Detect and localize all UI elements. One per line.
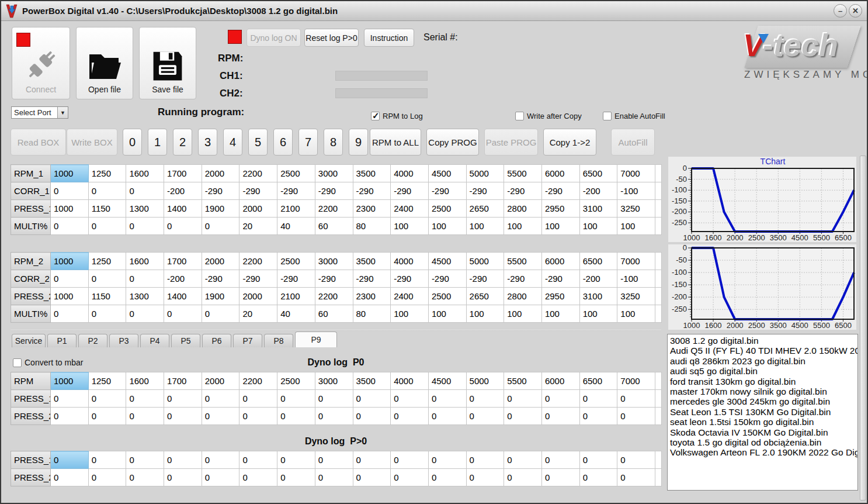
- grid-cell[interactable]: 2650: [466, 200, 504, 218]
- grid-cell[interactable]: -200: [164, 182, 202, 200]
- grid-cell[interactable]: 2800: [504, 200, 542, 218]
- grid-cell[interactable]: 1300: [126, 200, 164, 218]
- tab-p8[interactable]: P8: [264, 334, 293, 347]
- grid-cell[interactable]: 3100: [579, 200, 617, 218]
- grid-cell[interactable]: 2200: [239, 165, 277, 182]
- grid-cell[interactable]: 0: [51, 305, 89, 323]
- grid-cell[interactable]: 0: [126, 182, 164, 200]
- grid-cell[interactable]: 0: [88, 218, 126, 235]
- grid-cell[interactable]: -290: [239, 270, 277, 288]
- grid-cell[interactable]: 3000: [315, 253, 353, 270]
- grid-cell[interactable]: 100: [466, 218, 504, 235]
- tab-p1[interactable]: P1: [47, 334, 77, 347]
- grid-cell[interactable]: 0: [51, 182, 89, 200]
- paste-prog-button[interactable]: Paste PROG: [484, 129, 538, 156]
- grid-cell[interactable]: 0: [51, 390, 89, 408]
- grid-cell[interactable]: 0: [51, 218, 89, 235]
- grid-cell[interactable]: -290: [541, 182, 579, 200]
- grid-cell[interactable]: 0: [164, 390, 202, 408]
- grid-cell[interactable]: 5500: [504, 165, 542, 182]
- grid-cell[interactable]: 60: [315, 305, 353, 323]
- file-list-item[interactable]: ford transit 130km go digital.bin: [668, 377, 857, 386]
- grid-cell[interactable]: 100: [617, 305, 655, 323]
- reset-log-button[interactable]: Reset log P>0: [304, 29, 359, 47]
- grid-cell[interactable]: 0: [277, 451, 315, 469]
- grid-cell[interactable]: 0: [202, 218, 239, 235]
- copy-prog-button[interactable]: Copy PROG: [426, 129, 479, 156]
- minimize-button[interactable]: –: [834, 4, 847, 18]
- digit-2-button[interactable]: 2: [173, 129, 192, 156]
- grid-cell[interactable]: 1000: [51, 372, 89, 390]
- rpm-to-all-button[interactable]: RPM to ALL: [370, 129, 421, 156]
- grid-cell[interactable]: 0: [202, 390, 239, 408]
- grid-cell[interactable]: 1700: [164, 372, 202, 390]
- tab-p4[interactable]: P4: [140, 334, 169, 347]
- grid-cell[interactable]: 4500: [428, 372, 466, 390]
- connect-button[interactable]: Connect: [12, 27, 70, 99]
- grid-cell[interactable]: 2950: [541, 288, 579, 305]
- grid-cell[interactable]: 0: [504, 408, 542, 425]
- file-list-item[interactable]: mercedes gle 300d 245km go digital.bin: [668, 396, 857, 406]
- grid-cell[interactable]: 5000: [466, 372, 504, 390]
- grid-cell[interactable]: -290: [239, 182, 277, 200]
- grid-cell[interactable]: 0: [51, 469, 89, 486]
- grid-cell[interactable]: 1250: [88, 372, 126, 390]
- grid-cell[interactable]: 1600: [126, 372, 164, 390]
- grid-cell[interactable]: 2100: [277, 288, 315, 305]
- grid-cell[interactable]: 7000: [617, 372, 655, 390]
- grid-cell[interactable]: 0: [541, 408, 579, 425]
- grid-cell[interactable]: 0: [579, 408, 617, 425]
- grid-cell[interactable]: 0: [428, 451, 466, 469]
- write-box-button[interactable]: Write BOX: [67, 129, 117, 156]
- grid-cell[interactable]: 0: [164, 408, 202, 425]
- grid-cell[interactable]: 40: [277, 305, 315, 323]
- grid-cell[interactable]: -200: [164, 270, 202, 288]
- autofill-button[interactable]: AutoFill: [611, 129, 655, 156]
- grid-cell[interactable]: 0: [428, 469, 466, 486]
- dyno-log-on-button[interactable]: Dyno log ON: [246, 29, 301, 47]
- grid-cell[interactable]: 100: [391, 305, 429, 323]
- grid-cell[interactable]: -290: [466, 270, 504, 288]
- grid-cell[interactable]: 5000: [466, 253, 504, 270]
- grid-cell[interactable]: 7000: [617, 165, 655, 182]
- grid-cell[interactable]: 0: [88, 408, 126, 425]
- grid-cell[interactable]: 0: [428, 390, 466, 408]
- grid-cell[interactable]: 2500: [277, 165, 315, 182]
- grid-cell[interactable]: -290: [277, 182, 315, 200]
- grid-cell[interactable]: 3500: [353, 253, 391, 270]
- grid-cell[interactable]: 1400: [164, 288, 202, 305]
- grid-cell[interactable]: 1700: [164, 165, 202, 182]
- grid-cell[interactable]: 100: [617, 218, 655, 235]
- grid-cell[interactable]: 2000: [202, 165, 239, 182]
- open-file-button[interactable]: Open file: [76, 27, 133, 99]
- grid-cell[interactable]: 0: [51, 408, 89, 425]
- enable-autofill-checkbox[interactable]: Enable AutoFill: [603, 112, 665, 120]
- file-list-item[interactable]: Seat Leon 1.5 TSI 130KM Go Digital.bin: [668, 407, 857, 417]
- grid-cell[interactable]: 0: [466, 390, 504, 408]
- digit-7-button[interactable]: 7: [298, 129, 318, 156]
- grid-cell[interactable]: 0: [617, 451, 655, 469]
- grid-cell[interactable]: 0: [504, 469, 542, 486]
- grid-cell[interactable]: 2300: [353, 288, 391, 305]
- grid-cell[interactable]: 0: [353, 408, 391, 425]
- grid-cell[interactable]: 100: [579, 305, 617, 323]
- grid-cell[interactable]: 1000: [51, 288, 89, 305]
- grid-cell[interactable]: 0: [126, 390, 164, 408]
- grid-cell[interactable]: 20: [239, 218, 277, 235]
- grid-cell[interactable]: 2000: [202, 253, 239, 270]
- grid-cell[interactable]: 2200: [315, 200, 353, 218]
- grid-cell[interactable]: 0: [391, 390, 429, 408]
- grid-cell[interactable]: 0: [164, 305, 202, 323]
- file-list-item[interactable]: master 170km nowy silnik go digital.bin: [668, 386, 857, 396]
- grid-cell[interactable]: 80: [353, 305, 391, 323]
- grid-cell[interactable]: 0: [239, 451, 277, 469]
- grid-cell[interactable]: 0: [541, 451, 579, 469]
- grid-cell[interactable]: 100: [391, 218, 429, 235]
- grid-cell[interactable]: 5000: [466, 165, 504, 182]
- select-port-dropdown[interactable]: Select Port ▼: [11, 106, 68, 119]
- digit-1-button[interactable]: 1: [148, 129, 167, 156]
- grid-cell[interactable]: 40: [277, 218, 315, 235]
- file-list-item[interactable]: Audi Q5 II (FY FL) 40 TDI MHEV 2.0 150kW…: [668, 346, 857, 355]
- grid-cell[interactable]: 0: [277, 408, 315, 425]
- grid-cell[interactable]: 0: [164, 218, 202, 235]
